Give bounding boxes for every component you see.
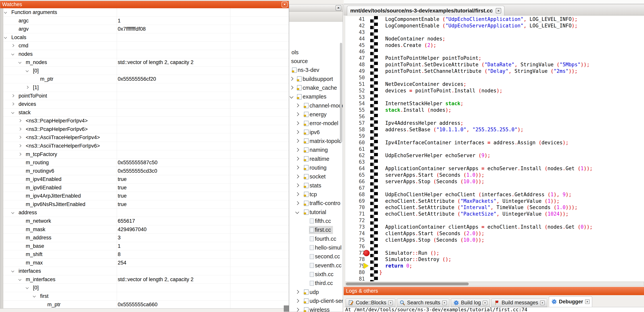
expand-icon[interactable] (18, 153, 22, 156)
close-icon[interactable]: ✕ (336, 5, 341, 11)
watch-row[interactable]: m_network655617 (3, 217, 289, 225)
expand-icon[interactable] (18, 119, 22, 122)
expand-icon[interactable] (295, 308, 299, 312)
expand-icon[interactable] (26, 86, 28, 89)
watch-row[interactable]: m_ptr0x5555555ca660 (3, 301, 289, 308)
watch-row[interactable]: nodes (3, 50, 289, 58)
collapse-icon[interactable] (295, 210, 299, 214)
editor-hscrollbar[interactable] (345, 282, 644, 286)
collapse-icon[interactable] (11, 111, 14, 114)
tree-item-udp-client-ser[interactable]: udp-client-ser (289, 297, 343, 306)
line-number[interactable]: 80 (346, 269, 365, 276)
tree-item-cmake-cache[interactable]: cmake_cache (289, 83, 343, 92)
line-number[interactable]: 49 (346, 68, 365, 74)
line-number[interactable]: 81 (346, 276, 365, 282)
tree-item-tutorial[interactable]: tutorial (289, 208, 343, 217)
line-number[interactable]: 65 (346, 172, 365, 178)
tree-item-first-cc[interactable]: first.cc (289, 226, 343, 234)
line-number[interactable]: 62 (346, 152, 365, 159)
expand-icon[interactable] (295, 139, 299, 143)
watch-row[interactable]: m_mask4294967040 (3, 225, 289, 234)
tree-item-energy[interactable]: energy (289, 110, 343, 119)
watch-row[interactable]: address (3, 208, 289, 217)
collapse-icon[interactable] (26, 286, 28, 289)
code-line[interactable]: stack.Install (nodes); (379, 107, 644, 113)
collapse-icon[interactable] (290, 95, 294, 99)
line-number[interactable]: 58 (346, 126, 365, 133)
close-icon[interactable]: ✕ (442, 301, 447, 305)
code-line[interactable]: ApplicationContainer serverApps = echoSe… (379, 165, 644, 172)
log-tab-code-blocks[interactable]: Code::Blocks✕ (346, 298, 395, 307)
collapse-icon[interactable] (11, 270, 14, 273)
watch-row[interactable]: m_ipv4ArpJitterEnabledtrue (3, 192, 289, 200)
code-line[interactable]: Simulator::Run (); (379, 250, 644, 256)
tree-item-realtime[interactable]: realtime (289, 155, 343, 163)
code-line[interactable]: address.SetBase ("10.1.1.0", "255.255.25… (379, 126, 644, 133)
watches-tree[interactable]: Function argumentsargc1argv0x7fffffffdf0… (3, 8, 289, 308)
expand-icon[interactable] (295, 183, 299, 187)
line-number[interactable]: 46 (346, 48, 365, 55)
line-number[interactable]: 43 (346, 29, 365, 35)
expand-icon[interactable] (295, 299, 299, 303)
watch-row[interactable]: <ns3::PcapHelperForIpv6> (3, 125, 289, 134)
code-line[interactable]: nodes.Create (2); (379, 42, 644, 48)
code-line[interactable]: Ipv4AddressHelper address; (379, 120, 644, 126)
tree-item-examples[interactable]: examples (289, 92, 343, 101)
management-titlebar[interactable]: ✕ (289, 4, 343, 12)
code-line[interactable]: UdpEchoClientHelper echoClient (interfac… (379, 191, 644, 198)
line-number[interactable]: 47 (346, 55, 365, 61)
collapse-icon[interactable] (4, 11, 7, 14)
editor-tab-first-cc[interactable]: mnt/dev/tools/source/ns-3-dev/examples/t… (347, 6, 504, 15)
tree-item-ns-3-dev[interactable]: ns-3-dev (289, 66, 343, 75)
expand-icon[interactable] (11, 103, 14, 106)
expand-icon[interactable] (295, 290, 299, 294)
watch-row[interactable]: stack (3, 109, 289, 117)
expand-icon[interactable] (295, 201, 299, 205)
code-line[interactable] (379, 29, 644, 35)
tree-item-source[interactable]: source (289, 57, 343, 66)
expand-icon[interactable] (290, 77, 294, 81)
line-number[interactable]: 75 (346, 237, 365, 243)
tree-item-socket[interactable]: socket (289, 172, 343, 181)
code-line[interactable]: Ipv4InterfaceContainer interfaces = addr… (379, 139, 644, 146)
code-line[interactable] (379, 185, 644, 191)
tree-item-buildsupport[interactable]: buildsupport (289, 75, 343, 83)
code-line[interactable]: PointToPointHelper pointToPoint; (379, 55, 644, 61)
line-number[interactable]: 66 (346, 178, 365, 185)
line-number[interactable]: 54 (346, 100, 365, 107)
tree-item-hello-simul[interactable]: hello-simul (289, 243, 343, 252)
code-line[interactable]: } (379, 269, 644, 276)
code-line[interactable]: NodeContainer nodes; (379, 35, 644, 42)
tree-item-matrix-topolo[interactable]: matrix-topolo (289, 137, 343, 146)
line-number[interactable]: 70 (346, 204, 365, 211)
expand-icon[interactable] (11, 44, 14, 47)
code-line[interactable]: NetDeviceContainer devices; (379, 81, 644, 87)
tree-item-fourth-cc[interactable]: fourth.cc (289, 234, 343, 243)
watch-row[interactable]: m_tcpFactory (3, 150, 289, 159)
watch-row[interactable]: first (3, 292, 289, 301)
line-number[interactable]: 77 (346, 250, 365, 256)
line-number[interactable]: 48 (346, 61, 365, 68)
code-line[interactable] (379, 133, 644, 139)
tree-item-sixth-cc[interactable]: sixth.cc (289, 270, 343, 279)
code-line[interactable]: LogComponentEnable ("UdpEchoServerApplic… (379, 22, 644, 29)
line-number[interactable]: 50 (346, 74, 365, 81)
code-line[interactable]: clientApps.Stop (Seconds (10.0)); (379, 237, 644, 243)
code-line[interactable] (379, 94, 644, 100)
line-number[interactable]: 44 (346, 35, 365, 42)
collapse-icon[interactable] (4, 36, 7, 39)
code-line[interactable]: return 0; (379, 263, 644, 269)
line-number[interactable]: 42 (346, 22, 365, 29)
line-number[interactable]: 41 (346, 16, 365, 22)
log-tab-build-messages[interactable]: Build messages✕ (491, 298, 547, 307)
line-number[interactable]: 78 (346, 256, 365, 263)
watch-row[interactable]: devices (3, 100, 289, 109)
watches-resize-grip[interactable] (284, 306, 289, 312)
line-number[interactable]: 69 (346, 198, 365, 204)
expand-icon[interactable] (295, 148, 299, 152)
expand-icon[interactable] (295, 121, 299, 125)
editor-hscrollbar-thumb[interactable] (346, 283, 469, 285)
watch-row[interactable]: <ns3::AsciiTraceHelperForIpv6> (3, 142, 289, 150)
tree-item-third-cc[interactable]: third.cc (289, 279, 343, 288)
watch-row[interactable]: Locals (3, 33, 289, 42)
